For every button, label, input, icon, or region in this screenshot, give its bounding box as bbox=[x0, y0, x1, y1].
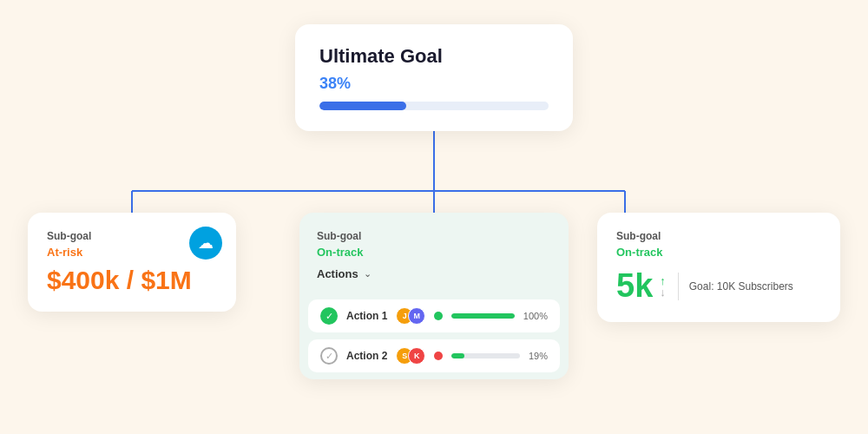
avatar-group-2: S K bbox=[396, 347, 425, 365]
subgoal-center-status: On-track bbox=[317, 246, 551, 259]
actions-row: Actions ⌄ bbox=[317, 267, 551, 280]
dot-green-1 bbox=[434, 312, 443, 320]
arrow-indicators: ↑ ↓ bbox=[660, 275, 666, 298]
vertical-divider bbox=[678, 273, 679, 300]
mini-progress-fill-1 bbox=[451, 313, 515, 319]
mini-progress-track-1 bbox=[451, 313, 515, 319]
subgoal-left-value: $400k / $1M bbox=[47, 266, 217, 294]
subgoal-right-goal: Goal: 10K Subscribers bbox=[689, 280, 793, 293]
avatar-2b: K bbox=[408, 347, 425, 365]
action-item-1: ✓ Action 1 J M 100% bbox=[308, 299, 560, 332]
subgoal-center-card: Sub-goal On-track Actions ⌄ ✓ Action 1 J… bbox=[299, 213, 569, 379]
subgoal-center-label: Sub-goal bbox=[317, 230, 551, 242]
ultimate-goal-progress-track bbox=[319, 102, 549, 110]
dot-red-2 bbox=[434, 352, 443, 360]
pct-label-1: 100% bbox=[523, 311, 548, 321]
avatar-group-1: J M bbox=[396, 307, 425, 325]
subgoal-right-value-row: 5k ↑ ↓ Goal: 10K Subscribers bbox=[616, 267, 821, 305]
action-item-2: ✓ Action 2 S K 19% bbox=[308, 339, 560, 372]
subgoal-right-value: 5k bbox=[616, 267, 653, 305]
check-mark-1: ✓ bbox=[326, 311, 333, 322]
mini-progress-fill-2 bbox=[451, 353, 464, 358]
subgoal-right-card: Sub-goal On-track 5k ↑ ↓ Goal: 10K Subsc… bbox=[597, 213, 840, 322]
ultimate-goal-percent: 38% bbox=[319, 75, 549, 93]
ultimate-goal-title: Ultimate Goal bbox=[319, 45, 549, 68]
mini-progress-track-2 bbox=[451, 353, 520, 358]
subgoal-center-header: Sub-goal On-track Actions ⌄ bbox=[299, 230, 569, 299]
ultimate-goal-progress-fill bbox=[319, 102, 406, 110]
actions-label: Actions bbox=[317, 267, 358, 280]
salesforce-logo: ☁ bbox=[189, 227, 222, 260]
scene: Ultimate Goal 38% ☁ Sub-goal At-risk $40… bbox=[0, 0, 868, 434]
subgoal-right-status: On-track bbox=[616, 246, 821, 259]
chevron-down-icon[interactable]: ⌄ bbox=[364, 268, 372, 279]
check-circle-1: ✓ bbox=[320, 307, 338, 325]
subgoal-left-card: ☁ Sub-goal At-risk $400k / $1M bbox=[28, 213, 236, 312]
check-mark-2: ✓ bbox=[326, 351, 333, 362]
pct-label-2: 19% bbox=[529, 351, 548, 361]
check-circle-2: ✓ bbox=[320, 347, 338, 365]
avatar-1b: M bbox=[408, 307, 425, 325]
arrow-down-icon: ↓ bbox=[660, 286, 666, 298]
action-1-name: Action 1 bbox=[346, 310, 387, 322]
arrow-up-icon: ↑ bbox=[660, 275, 666, 286]
subgoal-right-label: Sub-goal bbox=[616, 230, 821, 242]
cloud-icon: ☁ bbox=[198, 235, 214, 251]
action-2-name: Action 2 bbox=[346, 350, 387, 362]
ultimate-goal-card: Ultimate Goal 38% bbox=[295, 24, 573, 131]
